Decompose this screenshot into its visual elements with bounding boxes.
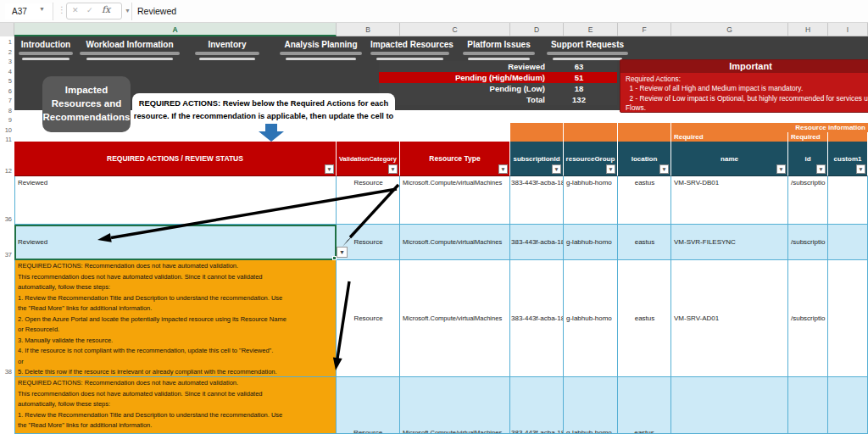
row-number[interactable]: 7 [0,97,12,105]
cell-subscription-id[interactable]: 383-443f-acba-18 [510,225,564,260]
row-number[interactable]: 9 [0,116,12,125]
nav-tab-support-requests[interactable]: Support Requests [547,40,628,60]
cell-custom1[interactable] [828,377,868,434]
cell-subscription-id[interactable]: 383-443f-acba-18 [510,176,564,225]
row-number[interactable]: 10 [0,126,12,135]
cell-resource-group[interactable]: g-labhub-homo [564,377,618,434]
cell-subscription-id[interactable]: 383-443f-acba-18 [510,377,564,434]
column-letter-I[interactable]: I [828,23,868,36]
row-number[interactable]: 37 [0,251,12,259]
cell-resource-type[interactable]: Microsoft.Compute/virtualMachines [400,377,510,434]
header-validation-category[interactable]: ValidationCategory▼ [337,142,400,176]
column-letter-D[interactable]: D [510,23,564,36]
filter-button[interactable]: ▼ [606,164,615,174]
cell-required-actions[interactable]: REQUIRED ACTIONS: Recommendation does no… [14,260,337,377]
cell-validation-category[interactable]: Resource [337,260,400,377]
cell-name[interactable] [671,377,788,434]
header-location[interactable]: location▼ [618,142,671,176]
cell-name[interactable]: VM-SRV-DB01 [671,176,788,225]
nav-tab-analysis-planning[interactable]: Analysis Planning [280,40,362,60]
row-number[interactable]: 11 [0,136,12,144]
row-number[interactable]: 38 [0,368,12,376]
nav-tab-impacted-resources[interactable]: Impacted Resources [370,40,449,60]
nav-tab-platform-issues[interactable]: Platform Issues [463,40,535,60]
enter-icon[interactable]: ✓ [86,6,93,14]
cell-custom1[interactable] [828,225,868,260]
cell-resource-type[interactable]: Microsoft.Compute/virtualMachines [400,225,510,260]
row-number[interactable]: 3 [0,58,12,66]
cell-resource-type[interactable]: Microsoft.Compute/virtualMachines [400,260,510,377]
cell-location[interactable]: eastus [618,377,671,434]
row-number[interactable]: 1 [0,38,12,47]
cancel-icon[interactable]: ✕ [72,6,79,14]
validation-dropdown-button[interactable]: ▼ [337,247,348,258]
summary-row-pending-low: Pending (Low)18 [379,83,617,94]
cell-custom1[interactable] [828,260,868,377]
column-letter-E[interactable]: E [564,23,618,36]
header-resource-type[interactable]: Resource Type▼ [400,142,510,176]
insert-function-icon[interactable]: fx [102,4,110,15]
name-box[interactable]: A37 [5,3,54,19]
column-letter-G[interactable]: G [671,23,788,36]
name-box-chevron-icon[interactable]: ▼ [39,6,45,12]
row-number[interactable]: 36 [0,215,12,224]
header-label: resourceGroup [566,155,615,163]
cell-location[interactable]: eastus [618,225,671,260]
column-letter-A[interactable]: A [14,23,337,36]
nav-tab-introduction[interactable]: Introduction [19,40,73,60]
cell-location[interactable]: eastus [618,176,671,225]
header-id[interactable]: id▼ [788,142,828,176]
cell-id[interactable]: /subscriptio [788,260,828,377]
filter-button[interactable]: ▼ [816,164,826,174]
cell-custom1[interactable] [828,176,868,225]
header-subscription-id[interactable]: subscriptionId▼ [510,142,564,176]
filter-button[interactable]: ▼ [856,164,865,174]
formula-bar: A37 ▼ ⋮ ✕ ✓ fx ▼ Reviewed [0,0,868,23]
cell-resource-group[interactable]: g-labhub-homo [564,260,618,377]
filter-button[interactable]: ▼ [388,164,398,174]
cell-name[interactable]: VM-SRV-AD01 [671,260,788,377]
header-resource-group[interactable]: resourceGroup▼ [564,142,618,176]
filter-button[interactable]: ▼ [325,164,334,174]
cell-review-status-selected[interactable]: Reviewed [14,225,337,260]
cell-name[interactable]: VM-SVR-FILESYNC [671,225,788,260]
column-letter-H[interactable]: H [788,23,828,36]
header-custom1[interactable]: custom1▼ [828,142,868,176]
row-number[interactable]: 12 [0,167,12,175]
cell-validation-category[interactable]: Resource [337,176,400,225]
formula-input[interactable]: Reviewed [137,6,176,16]
cell-id[interactable] [788,377,828,434]
column-letter-F[interactable]: F [618,23,671,36]
cell-id[interactable]: /subscriptio [788,176,828,225]
summary-value: 132 [554,94,604,104]
cell-resource-type[interactable]: Microsoft.Compute/virtualMachines [400,176,510,225]
formula-bar-chevron-icon[interactable]: ▼ [125,8,131,14]
cell-id[interactable]: /subscriptio [788,225,828,260]
cell-resource-group[interactable]: g-labhub-homo [564,225,618,260]
nav-tab-workload-information[interactable]: Workload Information [80,40,180,60]
row-number[interactable]: 2 [0,48,12,57]
nav-tab-inventory[interactable]: Inventory [195,40,259,60]
row-number[interactable]: 5 [0,77,12,86]
filter-button[interactable]: ▼ [552,164,561,174]
cell-location[interactable]: eastus [618,260,671,377]
filter-button[interactable]: ▼ [498,164,508,174]
row-number[interactable]: 8 [0,107,12,115]
cell-subscription-id[interactable]: 383-443f-acba-18 [510,260,564,377]
tab-underline [280,52,362,55]
header-review-status[interactable]: REQUIRED ACTIONS / REVIEW STATUS▼ [14,142,337,176]
cell-validation-category[interactable]: Resource [337,377,400,434]
row-number[interactable]: 4 [0,68,12,76]
column-header-row: A B C D E F G H I [0,23,868,36]
header-name[interactable]: name▼ [671,142,788,176]
column-letter-C[interactable]: C [400,23,510,36]
row-number[interactable]: 6 [0,87,12,96]
filter-button[interactable]: ▼ [776,164,786,174]
summary-label: Total [379,94,545,104]
filter-button[interactable]: ▼ [659,164,669,174]
cell-required-actions[interactable]: REQUIRED ACTIONS: Recommendation does no… [14,377,337,434]
select-all-corner[interactable] [0,23,14,36]
column-letter-B[interactable]: B [337,23,400,36]
cell-review-status[interactable]: Reviewed [14,176,337,225]
cell-resource-group[interactable]: g-labhub-homo [564,176,618,225]
